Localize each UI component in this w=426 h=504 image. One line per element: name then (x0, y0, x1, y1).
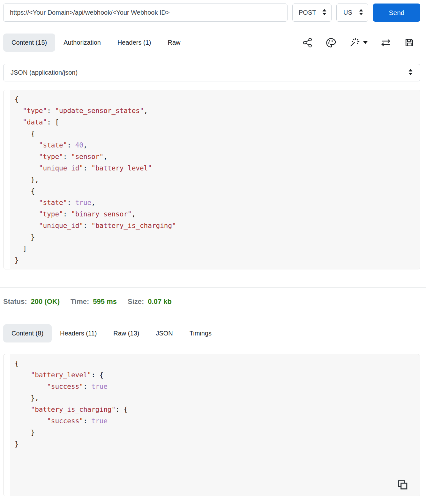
code-line: "battery_level": { (15, 369, 414, 381)
response-tabs: Content (8)Headers (11)Raw (13)JSONTimin… (3, 324, 420, 342)
size-label: Size: (128, 296, 144, 307)
theme-button[interactable] (325, 37, 336, 48)
code-line: "data": [ (15, 117, 414, 128)
code-line: "unique_id": "battery_is_charging" (15, 220, 414, 231)
caret-down-icon (363, 41, 368, 44)
select-arrows-icon (408, 69, 413, 77)
select-arrows-icon (359, 9, 363, 17)
method-select-value: POST (299, 9, 316, 16)
send-button[interactable]: Send (373, 4, 420, 22)
palette-icon (325, 37, 336, 48)
code-line: "type": "sensor", (15, 151, 414, 162)
tab-authorization[interactable]: Authorization (55, 34, 109, 52)
code-line: "success": true (15, 381, 414, 392)
request-toolbar (302, 37, 415, 49)
time-value: 595 ms (93, 296, 117, 307)
code-line: } (15, 231, 414, 243)
status-stat: Status: 200 (OK) (3, 296, 60, 307)
section-divider (0, 287, 426, 288)
status-label: Status: (3, 296, 27, 307)
code-line: }, (15, 392, 414, 404)
code-line: } (15, 254, 414, 266)
request-tabs: Content (15)AuthorizationHeaders (1)Raw (3, 34, 189, 52)
copy-response-button[interactable] (397, 479, 408, 492)
time-label: Time: (71, 296, 89, 307)
code-line: ] (15, 243, 414, 254)
code-line: "battery_is_charging": { (15, 404, 414, 415)
request-body-editor[interactable]: { "type": "update_sensor_states", "data"… (3, 90, 420, 269)
code-line: }, (15, 174, 414, 185)
swap-button[interactable] (380, 37, 391, 48)
code-line: { (15, 185, 414, 197)
save-icon (404, 37, 415, 48)
code-line: } (15, 427, 414, 438)
tab-content-15[interactable]: Content (15) (3, 34, 55, 52)
request-tabs-row: Content (15)AuthorizationHeaders (1)Raw (3, 34, 420, 52)
copy-icon (397, 487, 408, 492)
body-type-select[interactable]: JSON (application/json) (3, 64, 420, 81)
code-line: "type": "binary_sensor", (15, 208, 414, 220)
share-icon (302, 37, 313, 48)
code-line: "unique_id": "battery_level" (15, 162, 414, 174)
method-select[interactable]: POST (292, 4, 332, 22)
size-stat: Size: 0.07 kb (128, 296, 172, 307)
share-button[interactable] (302, 37, 313, 48)
tab-raw-13[interactable]: Raw (13) (105, 324, 147, 342)
magic-wand-menu-button[interactable] (349, 37, 368, 49)
response-body-code: { "battery_level": { "success": true }, … (4, 354, 420, 453)
request-body-code: { "type": "update_sensor_states", "data"… (4, 90, 420, 269)
tab-json[interactable]: JSON (147, 324, 181, 342)
tab-content-8[interactable]: Content (8) (3, 324, 52, 342)
code-line: "type": "update_sensor_states", (15, 105, 414, 117)
response-status-bar: Status: 200 (OK) Time: 595 ms Size: 0.07… (3, 296, 420, 307)
request-url-row: POST US Send (3, 4, 420, 22)
time-stat: Time: 595 ms (71, 296, 117, 307)
api-tester-page: POST US Send Content (15)AuthorizationHe… (0, 0, 426, 496)
tab-raw[interactable]: Raw (160, 34, 189, 52)
url-input[interactable] (3, 4, 288, 22)
swap-arrows-icon (380, 37, 391, 48)
region-select-value: US (343, 9, 352, 16)
tab-timings[interactable]: Timings (181, 324, 220, 342)
tab-headers-11[interactable]: Headers (11) (52, 324, 105, 342)
select-arrows-icon (322, 9, 327, 17)
magic-wand-icon (349, 37, 361, 49)
status-value: 200 (OK) (31, 296, 60, 307)
code-line: { (15, 94, 414, 105)
region-select[interactable]: US (336, 4, 368, 22)
code-line: } (15, 438, 414, 450)
code-line: { (15, 128, 414, 139)
size-value: 0.07 kb (148, 296, 172, 307)
response-body-viewer: { "battery_level": { "success": true }, … (3, 354, 420, 496)
code-line: "state": 40, (15, 139, 414, 151)
code-line: "success": true (15, 415, 414, 427)
body-type-select-value: JSON (application/json) (11, 69, 78, 76)
tab-headers-1[interactable]: Headers (1) (109, 34, 160, 52)
code-line: "state": true, (15, 197, 414, 208)
code-line: { (15, 358, 414, 369)
save-button[interactable] (404, 37, 415, 48)
